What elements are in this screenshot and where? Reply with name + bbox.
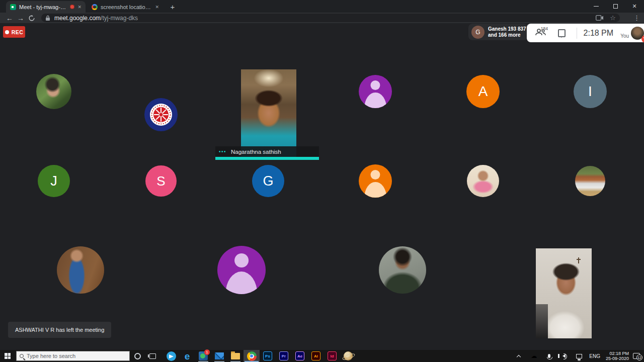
active-speaker-tile[interactable]: ••• Nagarathna sathish (215, 69, 319, 160)
bookmark-star-icon[interactable]: ☆ (610, 14, 616, 22)
taskbar-search[interactable] (16, 351, 130, 361)
tab-title: screenshot location - Google Sea (101, 4, 152, 10)
restore-icon (613, 4, 618, 9)
address-bar[interactable]: meet.google.com/tyj-mwag-dks ☆ (41, 14, 620, 22)
chrome-icon (247, 351, 257, 361)
close-button[interactable]: ✕ (625, 0, 644, 13)
file-explorer-button[interactable] (227, 350, 244, 362)
after-effects-icon: Ae (295, 351, 304, 360)
new-tab-button[interactable]: + (168, 2, 178, 12)
start-button[interactable] (0, 350, 15, 362)
options-dots-icon[interactable]: ••• (219, 149, 226, 154)
participant-letter-a[interactable]: A (466, 75, 500, 108)
nss-logo-icon (144, 98, 178, 132)
meet-page: REC G Ganesh 193 837 and 166 more 184 2:… (0, 23, 644, 350)
indesign-icon: Id (328, 351, 337, 360)
illustrator-icon: Ai (311, 351, 320, 360)
person-icon (370, 170, 380, 179)
participant-person-purple-large[interactable] (217, 246, 266, 294)
after-effects-button[interactable]: Ae (292, 350, 308, 362)
person-icon (364, 93, 386, 108)
tab-recording-icon (70, 5, 74, 9)
illustrator-button[interactable]: Ai (308, 350, 324, 362)
cortana-button[interactable] (130, 350, 145, 362)
participant-video-tile[interactable] (536, 248, 592, 338)
windows-logo-icon (5, 353, 11, 359)
participant-letter-j[interactable]: J (38, 165, 70, 197)
video-shadow (536, 304, 548, 338)
speaker-name-strip: ••• Nagarathna sathish (215, 146, 319, 157)
action-center-button[interactable]: 12 (633, 353, 640, 359)
participant-photo-car[interactable] (575, 166, 605, 196)
active-speaker-video (241, 69, 296, 157)
search-icon (20, 354, 24, 358)
tray-time: 02:18 PM (606, 351, 629, 356)
participant-photo-saree[interactable] (57, 246, 104, 294)
leave-toast: ASHWATHI V R has left the meeting (8, 322, 111, 338)
meet-favicon-icon (10, 4, 16, 10)
tab-close-icon[interactable]: ✕ (155, 5, 159, 10)
edge-button[interactable]: e (179, 350, 195, 362)
microphone-tray-button[interactable] (541, 350, 556, 362)
mail-icon (215, 352, 224, 359)
language-indicator[interactable]: ENG (587, 353, 603, 359)
tray-date: 25-09-2020 (606, 356, 629, 361)
task-view-icon (149, 353, 156, 359)
cortana-icon (134, 353, 141, 359)
participant-photo-pink[interactable] (467, 165, 499, 197)
planet-app-button[interactable] (340, 350, 356, 362)
participant-letter-i[interactable]: I (574, 75, 607, 108)
notification-app-button[interactable]: 1 (195, 350, 211, 362)
tab-close-icon[interactable]: ✕ (77, 5, 82, 10)
speaker-icon (562, 354, 566, 358)
mail-button[interactable] (211, 350, 227, 362)
premiere-button[interactable]: Pr (276, 350, 292, 362)
photoshop-button[interactable]: Ps (260, 350, 276, 362)
search-input[interactable] (27, 353, 117, 359)
avatar-letter: A (466, 75, 500, 108)
notification-app-icon: 1 (199, 351, 208, 360)
participant-letter-g[interactable]: G (252, 165, 284, 197)
taskbar-apps: e 1 Ps Pr Ae Ai Id (163, 350, 356, 362)
task-view-button[interactable] (145, 350, 160, 362)
participant-person-purple[interactable] (359, 75, 392, 108)
notification-count-badge: 1 (204, 349, 210, 355)
browser-menu-icon[interactable]: ⋮ (633, 14, 640, 22)
chrome-button[interactable] (244, 350, 260, 362)
google-favicon-icon (92, 4, 98, 10)
browser-titlebar: Meet - tyj-mwag-dks ✕ screenshot locatio… (0, 0, 644, 13)
back-button[interactable]: ← (4, 13, 15, 23)
speaker-name: Nagarathna sathish (231, 149, 281, 155)
avatar-letter: I (574, 75, 607, 108)
telegram-button[interactable] (163, 350, 179, 362)
taskbar-clock[interactable]: 02:18 PM 25-09-2020 (603, 351, 632, 361)
windows-taskbar: e 1 Ps Pr Ae Ai Id ☁ ENG 02:18 PM 25-09-… (0, 350, 644, 362)
speaking-indicator-bar (215, 157, 319, 160)
forward-button[interactable]: → (15, 13, 26, 23)
lock-icon (45, 15, 50, 21)
network-button[interactable] (572, 350, 587, 362)
tab-meet[interactable]: Meet - tyj-mwag-dks ✕ (6, 1, 86, 13)
reload-button[interactable] (26, 13, 37, 23)
network-icon (576, 354, 582, 358)
minimize-button[interactable] (587, 0, 606, 13)
camera-in-use-icon[interactable] (596, 15, 604, 21)
file-explorer-icon (231, 353, 240, 359)
edge-icon: e (185, 351, 190, 361)
volume-button[interactable] (556, 350, 572, 362)
participant-nss-logo[interactable] (144, 98, 178, 132)
participant-person-orange[interactable] (359, 164, 392, 198)
tray-expand-button[interactable] (511, 350, 526, 362)
indesign-button[interactable]: Id (324, 350, 340, 362)
chevron-up-icon (517, 354, 521, 358)
restore-button[interactable] (606, 0, 625, 13)
avatar-letter: G (252, 165, 284, 197)
onedrive-button[interactable]: ☁ (526, 350, 541, 362)
person-icon (364, 182, 386, 198)
person-icon (234, 253, 249, 267)
tab-title: Meet - tyj-mwag-dks (19, 4, 67, 10)
participant-photo-man[interactable] (379, 246, 426, 294)
participant-photo-greenery[interactable] (36, 74, 71, 109)
participant-letter-s[interactable]: S (145, 165, 177, 197)
tab-search[interactable]: screenshot location - Google Sea ✕ (88, 1, 163, 13)
